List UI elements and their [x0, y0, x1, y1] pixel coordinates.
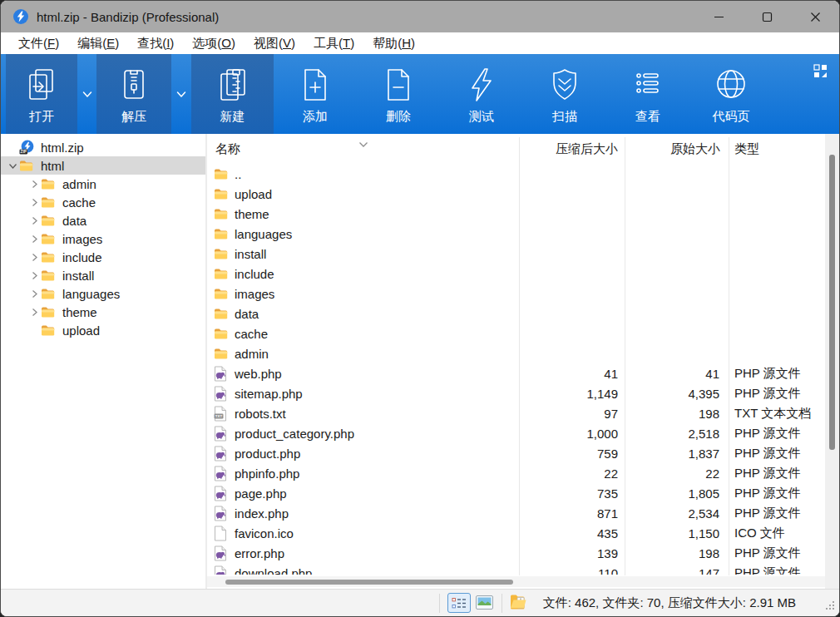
- toolbar-button-codepage[interactable]: 代码页: [689, 54, 773, 134]
- maximize-button[interactable]: [743, 1, 791, 32]
- type-cell: PHP 源文件: [729, 486, 825, 501]
- file-row[interactable]: TXTrobots.txt97198TXT 文本文档: [207, 403, 825, 423]
- tree-item-cache[interactable]: cache: [1, 193, 205, 211]
- file-row[interactable]: download.php110147PHP 源文件: [207, 563, 825, 575]
- tree-item-label: html.zip: [41, 141, 84, 155]
- original-size-cell: 1,805: [625, 486, 729, 501]
- column-header-original-size[interactable]: 原始大小: [625, 141, 720, 157]
- column-header-name[interactable]: 名称: [215, 141, 240, 157]
- column-header-type[interactable]: 类型: [734, 141, 759, 157]
- file-name-cell: ..: [207, 167, 519, 181]
- menu-item-options[interactable]: 选项(O): [183, 32, 245, 54]
- folder-pane-toggle-button[interactable]: [509, 593, 528, 611]
- toolbar-dropdown-open[interactable]: [77, 54, 96, 134]
- tree-collapsed-icon[interactable]: [27, 216, 41, 225]
- toolbar-button-new[interactable]: 新建: [191, 54, 274, 134]
- file-row[interactable]: admin: [207, 343, 825, 363]
- tree-item-html-zip[interactable]: ZIPhtml.zip: [1, 138, 205, 156]
- layout-grid-icon[interactable]: [813, 64, 828, 81]
- horizontal-scrollbar-thumb[interactable]: [225, 580, 513, 585]
- type-cell: ICO 文件: [729, 526, 825, 541]
- folder-icon: [19, 160, 36, 172]
- horizontal-scrollbar[interactable]: [207, 576, 825, 587]
- file-row[interactable]: error.php139198PHP 源文件: [207, 543, 825, 563]
- file-name: admin: [235, 347, 269, 361]
- statusbar-divider: [439, 594, 440, 613]
- tree-expanded-icon[interactable]: [6, 161, 19, 170]
- menu-item-view[interactable]: 视图(V): [245, 32, 304, 54]
- thumbnail-view-button[interactable]: [476, 595, 493, 610]
- file-row[interactable]: sitemap.php1,1494,395PHP 源文件: [207, 383, 825, 403]
- folder-icon: [41, 324, 57, 337]
- menu-item-file[interactable]: 文件(F): [9, 32, 68, 54]
- tree-item-data[interactable]: data: [1, 211, 205, 230]
- file-row[interactable]: include: [207, 264, 825, 284]
- tree-collapsed-icon[interactable]: [27, 271, 41, 280]
- titlebar[interactable]: html.zip - Bandizip (Professional): [1, 1, 839, 32]
- file-row[interactable]: web.php4141PHP 源文件: [207, 363, 825, 383]
- toolbar-button-extract[interactable]: 解压: [96, 54, 171, 134]
- toolbar-button-scan[interactable]: 扫描: [523, 54, 606, 134]
- php-file-icon: [214, 446, 229, 462]
- tree-collapsed-icon[interactable]: [27, 198, 41, 207]
- menu-item-help[interactable]: 帮助(H): [363, 32, 424, 54]
- php-file-icon: [214, 486, 229, 501]
- toolbar-button-delete[interactable]: 删除: [357, 54, 440, 134]
- original-size-cell: 41: [625, 367, 729, 381]
- php-file-icon: [214, 506, 229, 521]
- file-row[interactable]: data: [207, 304, 825, 323]
- minimize-button[interactable]: [694, 1, 743, 32]
- resize-grip[interactable]: [824, 599, 835, 614]
- vertical-scrollbar[interactable]: [825, 134, 839, 589]
- tree-collapsed-icon[interactable]: [27, 234, 41, 244]
- tree-item-include[interactable]: include: [1, 248, 205, 266]
- status-bar: 文件: 462, 文件夹: 70, 压缩文件大小: 2.91 MB: [1, 589, 839, 617]
- toolbar-button-add[interactable]: 添加: [274, 54, 357, 134]
- tree-collapsed-icon[interactable]: [27, 308, 41, 317]
- menu-item-tools[interactable]: 工具(T): [304, 32, 363, 54]
- toolbar-dropdown-extract[interactable]: [171, 54, 191, 134]
- folder-icon: [214, 348, 229, 360]
- tree-item-theme[interactable]: theme: [1, 303, 205, 321]
- file-row[interactable]: ..: [207, 164, 825, 184]
- file-row[interactable]: page.php7351,805PHP 源文件: [207, 483, 825, 503]
- add-icon: [296, 62, 334, 108]
- folder-icon: [214, 188, 229, 200]
- file-row[interactable]: index.php8712,534PHP 源文件: [207, 503, 825, 523]
- tree-collapsed-icon[interactable]: [27, 253, 41, 262]
- file-row[interactable]: product.php7591,837PHP 源文件: [207, 443, 825, 463]
- file-row[interactable]: install: [207, 244, 825, 264]
- file-name-cell: install: [207, 247, 519, 261]
- menu-item-edit[interactable]: 编辑(E): [68, 32, 128, 54]
- toolbar-button-open[interactable]: 打开: [6, 54, 77, 134]
- vertical-scrollbar-thumb[interactable]: [829, 155, 835, 450]
- file-row[interactable]: phpinfo.php2222PHP 源文件: [207, 463, 825, 483]
- file-row[interactable]: cache: [207, 323, 825, 343]
- type-cell: PHP 源文件: [729, 565, 825, 575]
- file-row[interactable]: theme: [207, 204, 825, 224]
- tree-item-html[interactable]: html: [1, 156, 205, 175]
- tree-item-install[interactable]: install: [1, 266, 205, 284]
- tree-collapsed-icon[interactable]: [27, 289, 41, 299]
- tree-item-images[interactable]: images: [1, 230, 205, 248]
- tree-collapsed-icon[interactable]: [27, 180, 41, 189]
- file-row[interactable]: favicon.ico4351,150ICO 文件: [207, 523, 825, 543]
- file-row[interactable]: product_category.php1,0002,518PHP 源文件: [207, 423, 825, 443]
- file-name-cell: admin: [207, 347, 519, 361]
- tree-item-upload[interactable]: upload: [1, 321, 205, 339]
- statusbar-divider: [502, 594, 502, 613]
- file-row[interactable]: upload: [207, 184, 825, 204]
- tree-item-languages[interactable]: languages: [1, 284, 205, 303]
- toolbar-button-label: 新建: [220, 109, 245, 125]
- toolbar-button-view[interactable]: 查看: [606, 54, 689, 134]
- file-row[interactable]: languages: [207, 224, 825, 244]
- toolbar-button-label: 扫描: [552, 109, 577, 125]
- tree-item-admin[interactable]: admin: [1, 175, 205, 193]
- compressed-size-cell: 435: [519, 526, 625, 540]
- toolbar-button-test[interactable]: 测试: [440, 54, 523, 134]
- close-button[interactable]: [791, 1, 839, 32]
- details-view-button[interactable]: [447, 593, 471, 613]
- file-row[interactable]: images: [207, 284, 825, 304]
- menu-item-find[interactable]: 查找(I): [128, 32, 183, 54]
- column-header-compressed-size[interactable]: 压缩后大小: [519, 141, 618, 157]
